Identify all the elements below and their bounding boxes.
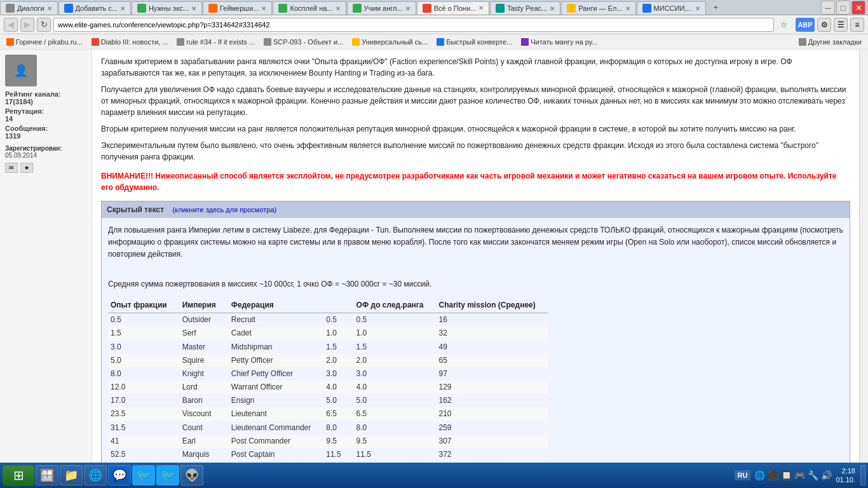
tab-uchim[interactable]: Учим англ... ✕ <box>347 1 416 15</box>
tab-dialogi[interactable]: Диалоги ✕ <box>0 1 58 15</box>
cell-col3: 1.5 <box>323 341 353 354</box>
cell-charity: 307 <box>437 435 548 448</box>
cell-federation: Recruit <box>229 313 323 327</box>
maximize-button[interactable]: □ <box>836 1 850 15</box>
tab-close-5[interactable]: ✕ <box>336 5 341 12</box>
language-indicator[interactable]: RU <box>735 470 751 480</box>
tab-favicon-4 <box>208 4 217 13</box>
cell-federation: Midshipman <box>229 341 323 354</box>
cell-federation: Warrant Officer <box>229 381 323 394</box>
spoiler-content: Для повышения ранга Империи летим в сист… <box>102 218 850 463</box>
rep-label: Репутация: <box>5 107 44 115</box>
taskbar-app-chrome[interactable]: 🌐 <box>84 465 107 485</box>
settings-icon: 🔧 <box>808 470 818 480</box>
spoiler-title: Скрытый текст <box>107 205 164 214</box>
cell-charity: 162 <box>437 394 548 407</box>
bookmark-favicon-convert <box>437 38 444 46</box>
table-row: 31.5 Count Lieutenant Commander 8.0 8.0 … <box>108 421 548 435</box>
tab-label-8: Tasty Peac... <box>507 4 547 12</box>
table-header-col3 <box>323 298 353 313</box>
tab-dobavit[interactable]: Добавить с... ✕ <box>58 1 131 15</box>
star-icon[interactable]: ☆ <box>776 18 790 32</box>
taskbar-app-files[interactable]: 📁 <box>60 465 83 485</box>
bookmark-convert[interactable]: Быстрый конверте... <box>434 37 515 47</box>
tab-nuzhny[interactable]: Нужны экс... ✕ <box>132 1 202 15</box>
bookmark-favicon-universal <box>352 38 360 46</box>
back-button[interactable]: ◀ <box>4 18 18 32</box>
tab-label-5: Косплей на... <box>290 4 332 12</box>
tab-rangi[interactable]: Ранги — Ел... ✕ <box>561 1 635 15</box>
cell-empire: Marquis <box>180 448 229 461</box>
table-row: 41 Earl Post Commander 9.5 9.5 307 <box>108 435 548 448</box>
tab-geymershi[interactable]: Геймерши... ✕ <box>203 1 272 15</box>
bookmark-favicon-rule34 <box>177 38 184 46</box>
extension-icon-1[interactable]: ⚙ <box>817 18 831 32</box>
cell-charity: 65 <box>437 354 548 367</box>
tab-close-3[interactable]: ✕ <box>191 5 196 12</box>
tab-favicon-3 <box>137 4 146 13</box>
extension-icon-2[interactable]: ☰ <box>834 18 848 32</box>
avg-text: Средняя сумма пожертвования в миссиях ~1… <box>108 278 843 290</box>
close-button[interactable]: ✕ <box>851 1 865 15</box>
tab-close-10[interactable]: ✕ <box>695 5 700 12</box>
bookmark-pikabu[interactable]: Горячее / pikabu.ru... <box>4 37 85 47</box>
tab-close-8[interactable]: ✕ <box>550 5 555 12</box>
minimize-button[interactable]: ─ <box>821 1 835 15</box>
taskbar-app-skype[interactable]: 💬 <box>108 465 131 485</box>
chrome-menu-button[interactable]: ≡ <box>850 18 864 32</box>
spoiler-header[interactable]: Скрытый текст (кликните здесь для просмо… <box>102 201 850 218</box>
new-tab-button[interactable]: + <box>709 1 723 15</box>
clock: 2:18 01.10. <box>836 466 855 485</box>
tab-vsyo-o-poni[interactable]: Всё о Пони... ✕ <box>417 1 490 15</box>
tab-close-2[interactable]: ✕ <box>120 5 125 12</box>
main-content: Главным критерием в зарабатывании ранга … <box>92 50 859 463</box>
show-desktop-button[interactable] <box>860 465 865 485</box>
spoiler-link[interactable]: (кликните здесь для просмотра) <box>172 206 276 214</box>
taskbar-app-explorer[interactable]: 🪟 <box>36 465 58 485</box>
taskbar-app-alien[interactable]: 👽 <box>180 465 203 485</box>
tab-close-6[interactable]: ✕ <box>405 5 410 12</box>
rating-stat: Рейтинг канала: 17(3184) <box>5 90 86 105</box>
taskbar: ⊞ 🪟 📁 🌐 💬 🐦 🐦 👽 RU 🌐 ⬛ 🔲 🎮 🔧 🔊 2:18 01. <box>0 463 868 488</box>
bookmarks-bar: Горячее / pikabu.ru... Diablo III: новос… <box>0 34 868 50</box>
cell-charity: 372 <box>437 448 548 461</box>
tab-tasty-peach[interactable]: Tasty Peac... ✕ <box>490 1 560 15</box>
scrollbar[interactable] <box>859 50 868 463</box>
address-bar[interactable] <box>53 18 774 32</box>
cell-empire: Viscount <box>180 407 229 421</box>
bookmark-diablo[interactable]: Diablo III: новости, ... <box>89 37 171 47</box>
tab-close-4[interactable]: ✕ <box>261 5 266 12</box>
cell-federation: Petty Officer <box>229 354 323 367</box>
bookmark-other[interactable]: Другие закладки <box>796 37 864 47</box>
reload-button[interactable]: ↻ <box>37 18 51 32</box>
tab-kosplej[interactable]: Косплей на... ✕ <box>273 1 346 15</box>
cell-charity: 49 <box>437 341 548 354</box>
cell-col3: 8.0 <box>323 421 353 435</box>
messages-value: 1319 <box>5 132 20 140</box>
cell-empire: Master <box>180 341 229 354</box>
cell-exp: 23.5 <box>108 407 180 421</box>
bookmark-universal[interactable]: Универсальный сь... <box>349 37 430 47</box>
cell-of: 4.0 <box>354 381 437 394</box>
action-icon-2[interactable]: ★ <box>20 163 33 173</box>
forward-button[interactable]: ▶ <box>20 18 34 32</box>
taskbar-app-twitter1[interactable]: 🐦 <box>132 465 155 485</box>
tab-missii[interactable]: МИССИИ,... ✕ <box>637 1 706 15</box>
taskbar-app-twitter2[interactable]: 🐦 <box>156 465 179 485</box>
tab-close-9[interactable]: ✕ <box>625 5 630 12</box>
bookmark-scp[interactable]: SCP-093 - Объект и... <box>261 37 346 47</box>
bookmark-rule34[interactable]: rule #34 - If it exists ... <box>174 37 257 47</box>
cell-col3: 4.0 <box>323 381 353 394</box>
action-icons: ✉ ★ <box>5 163 86 173</box>
tab-close-7[interactable]: ✕ <box>478 4 484 11</box>
tab-favicon-9 <box>567 4 576 13</box>
tab-label-2: Добавить с... <box>76 4 118 12</box>
cell-exp: 8.0 <box>108 367 180 381</box>
start-button[interactable]: ⊞ <box>3 465 34 485</box>
bookmark-manga[interactable]: Читать мангу на ру... <box>519 37 600 47</box>
tab-close-1[interactable]: ✕ <box>47 5 52 12</box>
cell-charity: 129 <box>437 381 548 394</box>
bookmark-label-pikabu: Горячее / pikabu.ru... <box>16 38 83 46</box>
action-icon-1[interactable]: ✉ <box>5 163 18 173</box>
abp-icon[interactable]: ABP <box>796 18 815 32</box>
